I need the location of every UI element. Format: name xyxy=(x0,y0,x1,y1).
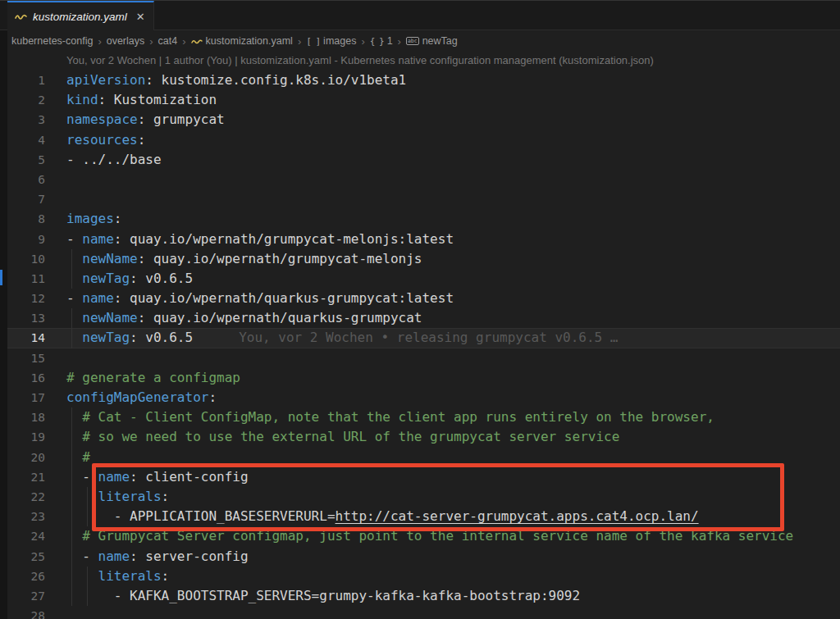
code-text: - name: server-config xyxy=(66,547,249,567)
breadcrumb: kubernetes-config›overlays›cat4›kustomiz… xyxy=(11,31,840,51)
breadcrumb-label: newTag xyxy=(422,35,458,47)
code-text: configMapGenerator: xyxy=(66,388,217,407)
code-line[interactable]: 5- ../../base xyxy=(0,150,840,170)
activity-indicator xyxy=(0,270,2,285)
code-line[interactable]: 17configMapGenerator: xyxy=(0,388,840,407)
code-text: kind: Kustomization xyxy=(66,90,217,110)
breadcrumb-label: kubernetes-config xyxy=(11,35,93,47)
code-line[interactable]: 23 - APPLICATION_BASESERVERURL=http://ca… xyxy=(0,507,840,526)
code-text: images: xyxy=(66,209,121,229)
code-text: # Grumpycat Server configmap, just point… xyxy=(66,526,793,546)
code-text: - name: quay.io/wpernath/quarkus-grumpyc… xyxy=(66,289,454,308)
breadcrumb-label: overlays xyxy=(107,35,145,47)
code-line[interactable]: 26 literals: xyxy=(0,567,840,586)
code-text: - KAFKA_BOOTSTRAP_SERVERS=grumpy-kafka-k… xyxy=(66,586,580,606)
code-line[interactable]: 20 # xyxy=(0,448,840,467)
code-line[interactable]: 4resources: xyxy=(0,130,840,150)
code-line[interactable]: 28 xyxy=(0,606,840,619)
yaml-file-icon xyxy=(15,9,27,24)
breadcrumb-separator: › xyxy=(182,35,185,48)
yaml-file-icon xyxy=(191,38,203,45)
code-text: - name: client-config xyxy=(66,467,249,487)
breadcrumb-item-1[interactable]: { }1 xyxy=(370,35,393,47)
breadcrumb-item-cat4[interactable]: cat4 xyxy=(158,35,178,47)
close-icon[interactable]: ✕ xyxy=(136,11,145,23)
code-text: # Cat - Client ConfigMap, note that the … xyxy=(66,407,714,427)
code-line[interactable]: 19 # so we need to use the external URL … xyxy=(0,427,840,447)
code-line[interactable]: 18 # Cat - Client ConfigMap, note that t… xyxy=(0,407,840,427)
breadcrumb-separator: › xyxy=(398,35,401,48)
blame-header: You, vor 2 Wochen | 1 author (You) | kus… xyxy=(66,51,654,70)
code-text: newName: quay.io/wpernath/grumpycat-melo… xyxy=(66,249,422,269)
code-text: newTag: v0.6.5You, vor 2 Wochen • releas… xyxy=(66,328,619,348)
code-text: literals: xyxy=(66,567,169,586)
code-text: newName: quay.io/wpernath/quarkus-grumpy… xyxy=(66,308,422,328)
code-text: literals: xyxy=(66,487,169,507)
tab-title: kustomization.yaml xyxy=(33,11,127,23)
tab-kustomization-yaml[interactable]: kustomization.yaml ✕ xyxy=(7,1,154,30)
code-text: - APPLICATION_BASESERVERURL=http://cat-s… xyxy=(66,507,699,526)
code-line[interactable]: 1apiVersion: kustomize.config.k8s.io/v1b… xyxy=(0,71,840,90)
code-line[interactable]: 22 literals: xyxy=(0,487,840,507)
breadcrumb-separator: › xyxy=(149,35,153,48)
breadcrumb-separator: › xyxy=(298,35,301,48)
code-line[interactable]: 12- name: quay.io/wpernath/quarkus-grump… xyxy=(0,289,840,308)
code-line[interactable]: 11 newTag: v0.6.5 xyxy=(0,269,840,289)
code-line[interactable]: 14 newTag: v0.6.5You, vor 2 Wochen • rel… xyxy=(0,328,840,348)
code-text: resources: xyxy=(66,130,145,150)
code-line[interactable]: 13 newName: quay.io/wpernath/quarkus-gru… xyxy=(0,308,840,328)
code-text: # generate a configmap xyxy=(66,368,240,388)
breadcrumb-separator: › xyxy=(361,35,364,48)
left-edge-strip xyxy=(0,30,7,619)
breadcrumb-label: 1 xyxy=(387,35,393,47)
code-line[interactable]: 21 - name: client-config xyxy=(0,467,840,487)
breadcrumb-label: kustomization.yaml xyxy=(206,35,293,47)
tab-bar: kustomization.yaml ✕ xyxy=(0,0,840,30)
breadcrumb-item-overlays[interactable]: overlays xyxy=(107,35,145,47)
code-line[interactable]: 24 # Grumpycat Server configmap, just po… xyxy=(0,526,840,546)
code-line[interactable]: 7 xyxy=(0,189,840,209)
breadcrumb-item-images[interactable]: [ ]images xyxy=(306,35,356,47)
code-line[interactable]: 16# generate a configmap xyxy=(0,368,840,388)
breadcrumb-item-kubernetes-config[interactable]: kubernetes-config xyxy=(11,35,93,47)
breadcrumb-item-newtag[interactable]: abcnewTag xyxy=(406,35,458,47)
code-line[interactable]: 15 xyxy=(0,348,840,368)
code-text: - ../../base xyxy=(66,150,162,170)
code-line[interactable]: 6 xyxy=(0,170,840,189)
code-line[interactable]: 2kind: Kustomization xyxy=(0,90,840,110)
code-text: # so we need to use the external URL of … xyxy=(66,427,619,447)
code-text: newTag: v0.6.5 xyxy=(66,269,193,289)
code-text: - name: quay.io/wpernath/grumpycat-melon… xyxy=(66,230,454,249)
symbol-object-icon: { } xyxy=(370,36,384,47)
code-line[interactable]: 3namespace: grumpycat xyxy=(0,110,840,130)
code-text: apiVersion: kustomize.config.k8s.io/v1be… xyxy=(66,71,406,90)
code-text: namespace: grumpycat xyxy=(66,110,225,130)
symbol-array-icon: [ ] xyxy=(306,36,320,47)
breadcrumb-item-kustomization-yaml[interactable]: kustomization.yaml xyxy=(191,35,293,47)
code-text: # xyxy=(66,448,90,467)
code-area[interactable]: 1apiVersion: kustomize.config.k8s.io/v1b… xyxy=(0,71,840,619)
code-line[interactable]: 10 newName: quay.io/wpernath/grumpycat-m… xyxy=(0,249,840,269)
code-line[interactable]: 25 - name: server-config xyxy=(0,547,840,567)
code-line[interactable]: 8images: xyxy=(0,209,840,229)
code-line[interactable]: 9- name: quay.io/wpernath/grumpycat-melo… xyxy=(0,230,840,249)
breadcrumb-separator: › xyxy=(98,35,101,48)
breadcrumb-label: images xyxy=(323,35,356,47)
breadcrumb-label: cat4 xyxy=(158,35,178,47)
symbol-string-icon: abc xyxy=(406,37,419,46)
code-line[interactable]: 27 - KAFKA_BOOTSTRAP_SERVERS=grumpy-kafk… xyxy=(0,586,840,606)
